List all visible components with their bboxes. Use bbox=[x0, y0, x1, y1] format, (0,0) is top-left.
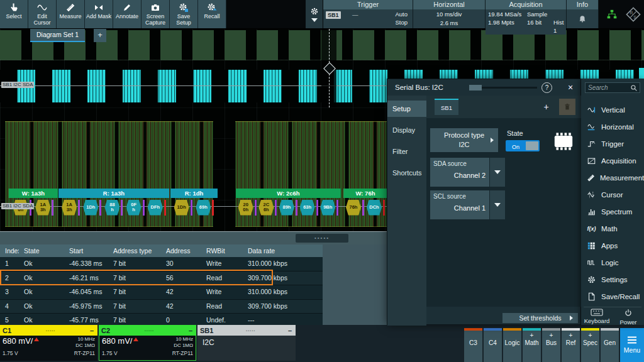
signal-button[interactable]: C3 bbox=[464, 328, 482, 362]
camera-icon bbox=[150, 2, 160, 13]
menu-divider bbox=[584, 307, 641, 307]
protocol-type-button[interactable]: Protocol typeI2C bbox=[430, 128, 498, 152]
dialog-content: Protocol typeI2C State On SDA source Cha… bbox=[426, 118, 582, 307]
dialog-slider-handle[interactable] bbox=[469, 85, 482, 90]
tab-setup[interactable]: Setup bbox=[387, 101, 426, 117]
save-setup-button[interactable]: Save Setup bbox=[170, 0, 198, 28]
menu-item-apps[interactable]: Apps bbox=[581, 237, 644, 254]
keyboard-button[interactable]: Keyboard bbox=[581, 309, 613, 326]
table-header-cell[interactable]: Address type bbox=[108, 244, 161, 257]
recall-button[interactable]: Recall bbox=[198, 0, 226, 28]
rs-logo: RS bbox=[625, 6, 641, 23]
edit-cursor-button[interactable]: Edit Cursor bbox=[28, 0, 57, 28]
add-diagram-tab-button[interactable]: + bbox=[94, 29, 106, 42]
menu-item-logic[interactable]: Logic bbox=[581, 254, 644, 271]
menu-item-spectrum[interactable]: Spectrum bbox=[581, 203, 644, 220]
sda-source-box[interactable]: SDA source Channel 2 bbox=[430, 158, 489, 187]
table-header-cell[interactable]: Data rate bbox=[243, 244, 312, 257]
bus-badge-sb1[interactable]: SB1 ••••• – I2C bbox=[197, 325, 296, 362]
recall-gear-icon bbox=[207, 2, 217, 13]
state-toggle[interactable]: On bbox=[506, 140, 540, 151]
menu-item-label: Cursor bbox=[601, 191, 623, 199]
info-status-section[interactable]: Info bbox=[567, 0, 599, 28]
menu-item-trigger[interactable]: Trigger bbox=[581, 135, 644, 152]
table-row[interactable]: 2Ok-46.21 ms7 bit56Read309.700 kbps bbox=[0, 272, 323, 286]
add-bus-button[interactable]: + bbox=[538, 99, 554, 115]
table-row[interactable]: 1Ok-46.338 ms7 bit30Write310.000 kbps bbox=[0, 257, 323, 272]
signal-button[interactable]: + Ref bbox=[562, 328, 580, 362]
table-row[interactable]: 3Ok-46.045 ms7 bit42Write310.000 kbps bbox=[0, 285, 323, 300]
coupling: DC 1MΩ bbox=[75, 343, 95, 348]
horizontal-status-section[interactable]: Horizontal 10 ms/div 2.6 ms bbox=[413, 0, 486, 28]
table-header-cell[interactable]: Start bbox=[64, 244, 108, 257]
set-thresholds-button[interactable]: Set thresholds bbox=[502, 313, 578, 323]
scrollbar-handle[interactable]: ••••• bbox=[296, 234, 348, 243]
notification-bell-icon[interactable] bbox=[578, 14, 587, 23]
decoded-frame[interactable]: W: 2c6h 20 0h 2C 6h bbox=[236, 189, 341, 217]
select-button[interactable]: Select bbox=[0, 0, 28, 28]
annotate-button[interactable]: Annotate bbox=[113, 0, 142, 28]
table-row[interactable]: 4Ok-45.975 ms7 bit42Read309.700 kbps bbox=[0, 300, 323, 314]
minimize-button[interactable]: – bbox=[189, 327, 196, 334]
signal-button[interactable]: Gen bbox=[601, 328, 619, 362]
decoded-token: 1A 3h bbox=[62, 200, 77, 216]
menu-item-cursor[interactable]: Cursor bbox=[581, 186, 644, 203]
dialog-titlebar[interactable]: Serial Bus: I2C ? × bbox=[387, 79, 580, 96]
minimize-button[interactable]: – bbox=[288, 327, 296, 334]
scl-source-dropdown[interactable] bbox=[490, 190, 505, 219]
menu-button[interactable]: Menu bbox=[620, 328, 644, 362]
menu-item-horizontal[interactable]: Horizontal bbox=[581, 118, 644, 135]
menu-item-save-recall[interactable]: Save/Recall bbox=[581, 288, 644, 305]
drag-dots: ••••• bbox=[213, 329, 287, 332]
tab-filter[interactable]: Filter bbox=[387, 143, 426, 160]
measure-button[interactable]: Measure bbox=[57, 0, 85, 28]
table-header-cell[interactable]: RWBit bbox=[201, 244, 243, 257]
power-button[interactable]: Power bbox=[613, 309, 644, 326]
bus-signal-label: SB1 I2C SDA bbox=[1, 82, 34, 88]
table-header-cell[interactable]: State bbox=[19, 244, 64, 257]
table-header-cell[interactable]: Address bbox=[161, 244, 201, 257]
close-icon[interactable]: × bbox=[565, 82, 576, 93]
minimize-button[interactable]: – bbox=[90, 327, 97, 334]
table-cell: 1 bbox=[0, 257, 19, 271]
channel-badge-c1[interactable]: C1 ••••• – 680 mV/ 10 MHzDC 1MΩ 1.75 V R… bbox=[0, 325, 97, 362]
tab-diagram-set-1[interactable]: Diagram Set 1 bbox=[30, 29, 85, 42]
add-mask-button[interactable]: Add Mask bbox=[85, 0, 113, 28]
drag-dots: ••••• bbox=[110, 329, 189, 332]
delete-bus-button[interactable] bbox=[559, 99, 575, 115]
search-input[interactable]: Search bbox=[585, 82, 640, 93]
menu-item-vertical[interactable]: Vertical bbox=[581, 101, 644, 118]
token-wrap: 76h bbox=[346, 200, 364, 216]
signal-button[interactable]: Logic bbox=[503, 328, 521, 362]
acquisition-status-section[interactable]: Acquisition 19.84 MSa/s Sample 1.98 Mpts… bbox=[486, 0, 567, 28]
tab-display[interactable]: Display bbox=[387, 122, 426, 138]
menu-item-measurement[interactable]: Measurement bbox=[581, 169, 644, 186]
help-icon[interactable]: ? bbox=[541, 82, 552, 93]
signal-button[interactable]: + Math bbox=[523, 328, 541, 362]
menu-item-settings[interactable]: Settings bbox=[581, 271, 644, 288]
trigger-status-section[interactable]: Trigger SB1 — AutoStop bbox=[323, 0, 413, 28]
channel-badge-c2[interactable]: C2 ••••• – 680 mV/ 10 MHzDC 1MΩ 1.75 V R… bbox=[99, 325, 196, 362]
button-label: Recall bbox=[204, 14, 219, 20]
horizontal-scrollbar[interactable]: ••••• bbox=[0, 231, 387, 244]
sda-source-dropdown[interactable] bbox=[490, 158, 505, 187]
bus-tab-sb1[interactable]: SB1 bbox=[435, 99, 458, 115]
sda-source-value: Channel 2 bbox=[430, 167, 489, 179]
menu-item-acquisition[interactable]: Acquisition bbox=[581, 152, 644, 169]
signal-button[interactable]: C4 bbox=[484, 328, 502, 362]
probe: RT-ZP11 bbox=[172, 350, 193, 356]
table-header-cell[interactable]: Index bbox=[0, 244, 19, 257]
signal-button[interactable]: + Bus bbox=[542, 328, 560, 362]
decoded-frame[interactable]: W: 76h 76h DCh bbox=[343, 189, 387, 217]
screen-capture-button[interactable]: Screen Capture bbox=[142, 0, 170, 28]
toolbar-settings-button[interactable] bbox=[306, 0, 323, 28]
menu-item-math[interactable]: f(x) Math bbox=[581, 220, 644, 237]
signal-button[interactable]: + Spec bbox=[581, 328, 599, 362]
decoded-frame[interactable]: R: 1dh 1Dh 69h bbox=[170, 189, 218, 217]
trigger-mode: Auto bbox=[395, 11, 408, 18]
ic-chip-icon bbox=[550, 128, 577, 155]
decoded-frame[interactable]: R: 1a3h 1A 3h 1Dh bbox=[58, 189, 169, 217]
tab-shortcuts[interactable]: Shortcuts bbox=[387, 165, 426, 181]
scl-source-box[interactable]: SCL source Channel 1 bbox=[430, 190, 489, 219]
channel-id: C1 bbox=[0, 327, 11, 334]
